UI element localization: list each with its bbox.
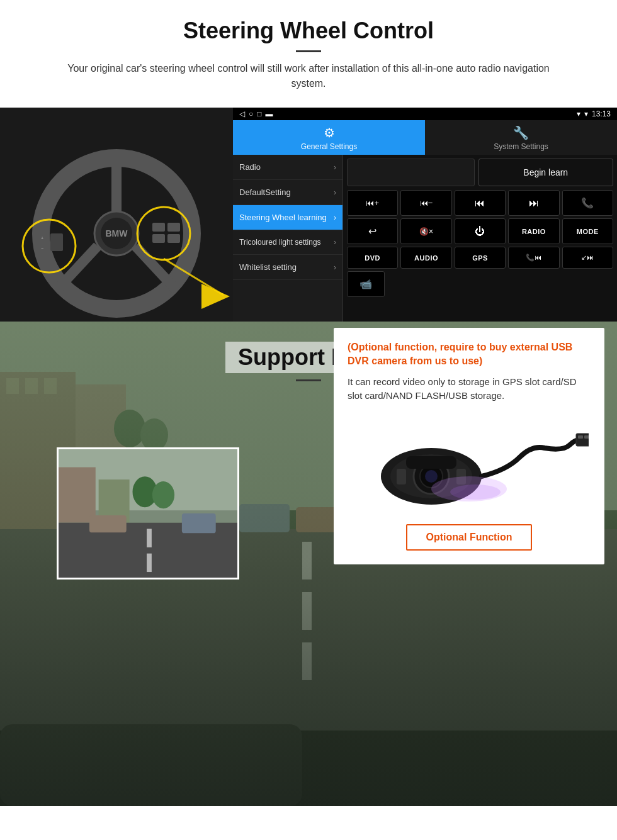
dvr-screenshot-inner — [59, 449, 237, 578]
svg-rect-49 — [182, 513, 216, 533]
svg-rect-18 — [167, 234, 180, 243]
gear-icon: ⚙ — [324, 125, 335, 140]
chevron-right-icon: › — [334, 188, 336, 197]
menu-item-tricoloured[interactable]: Tricoloured light settings › — [233, 230, 342, 255]
prev-button[interactable]: ⏮ — [455, 190, 506, 216]
chevron-right-icon: › — [334, 163, 336, 172]
steering-title-area: Steering Wheel Control Your original car… — [0, 0, 617, 98]
svg-point-45 — [152, 481, 174, 508]
tab-general-label: General Settings — [301, 142, 357, 151]
hangup-button[interactable]: ↩ — [347, 218, 398, 244]
svg-rect-58 — [578, 435, 583, 439]
signal-icon: ◁ — [239, 109, 245, 118]
begin-learn-row: Begin learn — [347, 159, 613, 186]
android-statusbar: ◁ ○ □ ▬ ▾ ▾ 13:13 — [233, 108, 617, 120]
svg-rect-48 — [147, 554, 152, 572]
menu-item-whitelist[interactable]: Whitelist setting › — [233, 255, 342, 280]
call-button[interactable]: 📞 — [562, 190, 613, 216]
menu-item-steering-wheel[interactable]: Steering Wheel learning › — [233, 205, 342, 230]
chevron-right-icon: › — [334, 238, 336, 247]
menu-list: Radio › DefaultSetting › Steering Wheel … — [233, 155, 343, 322]
svg-rect-15 — [152, 223, 165, 232]
menu-item-radio[interactable]: Radio › — [233, 155, 342, 180]
dvr-title-divider — [296, 379, 321, 381]
audio-button[interactable]: AUDIO — [400, 247, 451, 269]
section-subtitle: Your original car's steering wheel contr… — [50, 61, 567, 91]
svg-rect-56 — [406, 456, 456, 469]
svg-point-55 — [425, 470, 438, 483]
empty-spacer — [347, 159, 475, 186]
menu-icon: ▬ — [266, 109, 273, 118]
vol-down-button[interactable]: ⏮− — [400, 190, 451, 216]
dvr-section: Support DVR — [0, 322, 617, 806]
vol-up-button[interactable]: ⏮+ — [347, 190, 398, 216]
svg-rect-59 — [584, 435, 589, 439]
dvr-description: It can record video only to storage in G… — [348, 375, 591, 403]
optional-function-button[interactable]: Optional Function — [406, 524, 533, 551]
wifi-icon: ▾ — [584, 109, 588, 118]
settings-tabs: ⚙ General Settings 🔧 System Settings — [233, 120, 617, 155]
svg-rect-60 — [397, 469, 406, 484]
signal-bars: ▾ — [577, 109, 580, 118]
svg-rect-42 — [59, 468, 96, 523]
svg-rect-47 — [147, 529, 152, 547]
mode-button[interactable]: MODE — [562, 218, 613, 244]
next-button[interactable]: ⏭ — [508, 190, 559, 216]
begin-learn-button[interactable]: Begin learn — [478, 159, 614, 186]
system-icon: 🔧 — [513, 125, 529, 140]
svg-rect-50 — [89, 515, 127, 532]
control-row-2: ↩ 🔇× ⏻ RADIO MODE — [347, 218, 613, 244]
svg-rect-16 — [167, 223, 180, 232]
power-button[interactable]: ⏻ — [455, 218, 506, 244]
menu-label: DefaultSetting — [239, 188, 291, 197]
title-divider — [296, 50, 321, 52]
control-row-3: DVD AUDIO GPS 📞⏮ ↙⏭ — [347, 247, 613, 269]
home-icon: ○ — [249, 109, 253, 118]
menu-label: Tricoloured light settings — [239, 238, 321, 247]
svg-text:−: − — [41, 246, 43, 250]
steering-content: BMW + − ◁ ○ □ ▬ — [0, 108, 617, 322]
radio-button[interactable]: RADIO — [508, 218, 559, 244]
tab-system-settings[interactable]: 🔧 System Settings — [425, 120, 617, 155]
svg-text:+: + — [41, 236, 43, 240]
clock: 13:13 — [592, 109, 611, 118]
chevron-right-icon: › — [334, 263, 336, 272]
menu-label: Whitelist setting — [239, 262, 297, 272]
call-prev-button[interactable]: 📞⏮ — [508, 247, 559, 269]
gps-button[interactable]: GPS — [455, 247, 506, 269]
menu-label: Steering Wheel learning — [239, 213, 327, 222]
end-next-button[interactable]: ↙⏭ — [562, 247, 613, 269]
svg-point-63 — [450, 484, 501, 500]
android-panel: ◁ ○ □ ▬ ▾ ▾ 13:13 ⚙ General Settings 🔧 S… — [233, 108, 617, 322]
dvr-camera-image — [348, 413, 591, 514]
svg-text:BMW: BMW — [106, 228, 128, 238]
control-panel: Begin learn ⏮+ ⏮− ⏮ ⏭ 📞 ↩ 🔇× ⏻ RADIO — [343, 155, 617, 322]
tab-system-label: System Settings — [494, 142, 548, 151]
dvd-button[interactable]: DVD — [347, 247, 398, 269]
panel-body: Radio › DefaultSetting › Steering Wheel … — [233, 155, 617, 322]
menu-label: Radio — [239, 162, 261, 172]
dvr-optional-text: (Optional function, require to buy exter… — [348, 340, 591, 369]
tab-general-settings[interactable]: ⚙ General Settings — [233, 120, 425, 155]
dvr-small-screenshot — [57, 447, 239, 580]
mute-button[interactable]: 🔇× — [400, 218, 451, 244]
control-row-4: 📹 — [347, 271, 613, 297]
recents-icon: □ — [257, 109, 261, 118]
dvr-icon-button[interactable]: 📹 — [347, 271, 385, 297]
control-row-1: ⏮+ ⏮− ⏮ ⏭ 📞 — [347, 190, 613, 216]
dvr-info-box: (Optional function, require to buy exter… — [334, 328, 604, 564]
chevron-right-icon: › — [334, 213, 336, 222]
menu-item-defaultsetting[interactable]: DefaultSetting › — [233, 180, 342, 205]
svg-rect-12 — [50, 233, 63, 251]
steering-image: BMW + − — [0, 108, 233, 322]
svg-rect-17 — [152, 234, 165, 243]
page-title: Steering Wheel Control — [25, 18, 592, 44]
